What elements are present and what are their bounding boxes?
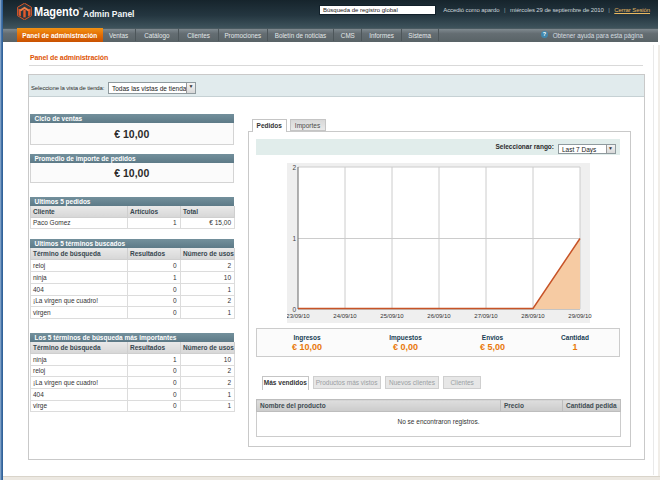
- svg-text:27/09/10: 27/09/10: [474, 313, 498, 319]
- svg-text:26/09/10: 26/09/10: [427, 313, 451, 319]
- svg-text:28/09/10: 28/09/10: [521, 313, 545, 319]
- svg-text:24/09/10: 24/09/10: [333, 313, 357, 319]
- svg-text:0: 0: [292, 306, 296, 313]
- svg-text:2: 2: [292, 164, 296, 171]
- svg-text:25/09/10: 25/09/10: [380, 313, 404, 319]
- svg-text:1: 1: [292, 235, 296, 242]
- svg-text:23/09/10: 23/09/10: [287, 313, 310, 319]
- svg-text:29/09/10: 29/09/10: [568, 313, 592, 319]
